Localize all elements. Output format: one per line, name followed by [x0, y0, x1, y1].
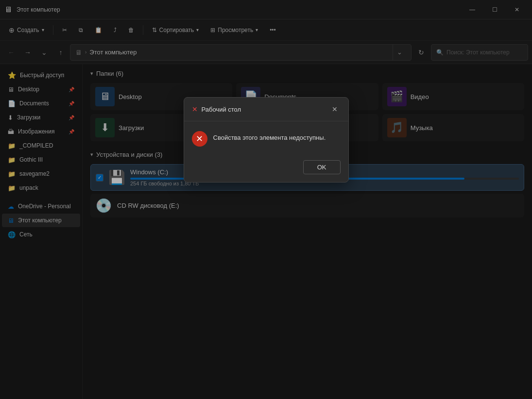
- dialog-body: ✕ Свойства этого элемента недоступны.: [184, 121, 348, 156]
- dialog-ok-button[interactable]: OK: [303, 160, 341, 174]
- dialog-overlay: ✕ Рабочий стол ✕ ✕ Свойства этого элемен…: [0, 0, 532, 399]
- dialog-title-icon: ✕: [192, 105, 198, 113]
- dialog-footer: OK: [184, 156, 348, 182]
- dialog-close-button[interactable]: ✕: [329, 103, 341, 115]
- dialog-message: Свойства этого элемента недоступны.: [213, 131, 326, 143]
- dialog-header: ✕ Рабочий стол ✕: [184, 98, 348, 121]
- error-dialog: ✕ Рабочий стол ✕ ✕ Свойства этого элемен…: [184, 97, 349, 183]
- dialog-title: Рабочий стол: [202, 106, 329, 113]
- dialog-error-icon: ✕: [192, 131, 207, 147]
